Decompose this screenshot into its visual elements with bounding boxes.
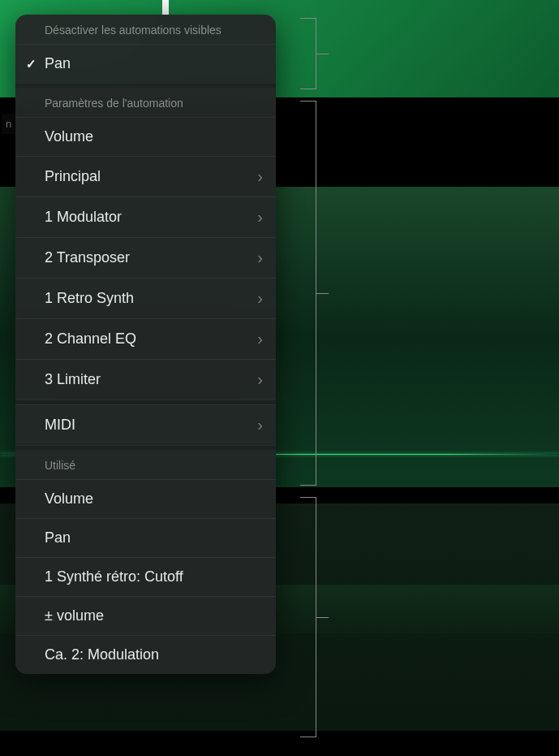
menu-item-retrosynth[interactable]: 1 Retro Synth › [15, 278, 276, 318]
chevron-right-icon: › [257, 248, 263, 267]
menu-item-label: ± volume [45, 607, 104, 624]
menu-item-label: MIDI [45, 417, 75, 434]
menu-item-label: Ca. 2: Modulation [45, 646, 159, 663]
side-label: n [2, 114, 15, 134]
menu-item-channeleq[interactable]: 2 Channel EQ › [15, 318, 276, 359]
menu-item-pan-disable[interactable]: Pan [15, 44, 276, 83]
automation-parameter-popup: Désactiver les automations visibles Pan … [15, 15, 276, 674]
chevron-right-icon: › [257, 208, 263, 227]
menu-item-label: 1 Synthé rétro: Cutoff [45, 568, 183, 585]
chevron-right-icon: › [257, 330, 263, 348]
menu-item-label: Volume [45, 128, 93, 145]
chevron-right-icon: › [257, 167, 263, 186]
chevron-right-icon: › [257, 370, 263, 389]
chevron-right-icon: › [257, 289, 263, 308]
menu-item-modulator[interactable]: 1 Modulator › [15, 197, 276, 237]
menu-item-label: Pan [45, 55, 71, 72]
bracket-tick [316, 54, 329, 54]
menu-item-midi[interactable]: MIDI › [15, 404, 276, 445]
menu-item-label: 2 Transposer [45, 249, 130, 266]
bracket-tick [316, 617, 329, 618]
section-header-used: Utilisé [15, 450, 276, 479]
menu-item-label: Volume [45, 490, 93, 508]
section-header-disable: Désactiver les automations visibles [15, 15, 276, 44]
menu-item-label: 3 Limiter [45, 371, 101, 388]
section-header-params: Paramètres de l'automation [15, 88, 276, 117]
menu-item-limiter[interactable]: 3 Limiter › [15, 359, 276, 400]
bracket-tick [316, 293, 329, 294]
menu-item-used-cutoff[interactable]: 1 Synthé rétro: Cutoff [15, 557, 276, 596]
menu-item-label: 1 Retro Synth [45, 290, 134, 307]
menu-item-used-modulation[interactable]: Ca. 2: Modulation [15, 635, 276, 674]
menu-item-principal[interactable]: Principal › [15, 156, 276, 197]
menu-item-label: Principal [45, 168, 101, 185]
menu-item-label: Pan [45, 529, 71, 546]
menu-item-used-pan[interactable]: Pan [15, 518, 276, 557]
callout-bracket-3 [300, 497, 316, 737]
menu-item-transposer[interactable]: 2 Transposer › [15, 237, 276, 278]
menu-item-volume[interactable]: Volume [15, 117, 276, 156]
menu-item-label: 1 Modulator [45, 209, 122, 226]
chevron-right-icon: › [257, 416, 263, 434]
callout-bracket-1 [300, 18, 316, 89]
menu-item-used-volume[interactable]: Volume [15, 479, 276, 518]
menu-item-used-pmvolume[interactable]: ± volume [15, 596, 276, 635]
menu-item-label: 2 Channel EQ [45, 330, 136, 348]
callout-bracket-2 [300, 101, 316, 486]
